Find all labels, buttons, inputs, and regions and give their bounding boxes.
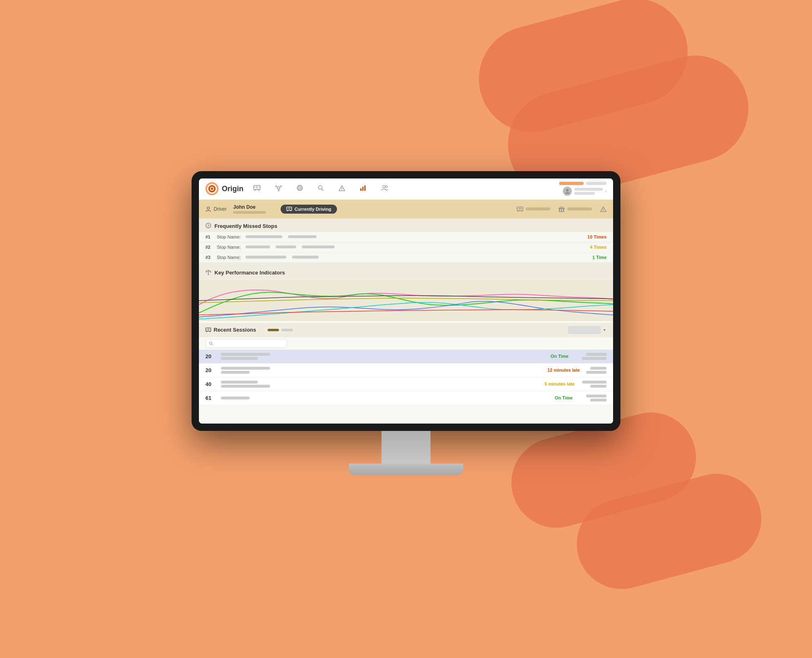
kpi-chart: [199, 280, 613, 321]
driver-name-section: John Doe: [233, 204, 266, 214]
route-num-1: 20: [205, 353, 217, 359]
stop-times-3: 1 Time: [592, 255, 607, 260]
session-row-1: 20 On Time: [199, 350, 613, 364]
svg-point-57: [206, 331, 207, 332]
sr-line-3b: [590, 385, 607, 388]
driver-stat-bus: [517, 207, 550, 212]
stop-times-2: 4 Times: [590, 245, 607, 250]
search-box: [205, 339, 287, 348]
filter-pill[interactable]: [568, 326, 601, 334]
sessions-title-text: Recent Sessions: [214, 327, 256, 333]
svg-rect-45: [561, 209, 562, 211]
driver-stat-bank: [558, 206, 592, 212]
session-info-3: [221, 381, 537, 388]
driver-sub-placeholder: [233, 211, 266, 214]
session-line-2a: [221, 367, 270, 370]
bus-badge-icon: [286, 207, 292, 211]
stat-bus-icon: [517, 207, 523, 212]
session-line-4a: [221, 397, 250, 399]
sr-line-1b: [582, 357, 607, 360]
sessions-search-area: [199, 337, 613, 350]
stat-bank-value: [567, 207, 592, 210]
stop-extra-3: [292, 256, 319, 259]
session-line-1b: [221, 357, 258, 360]
network-nav-icon[interactable]: [274, 183, 283, 194]
currently-driving-text: Currently Driving: [294, 207, 331, 212]
route-num-2: 20: [205, 367, 217, 373]
stop-name-placeholder-2: [245, 245, 270, 248]
session-info-4: [221, 397, 541, 399]
svg-marker-61: [603, 329, 606, 331]
session-line-2b: [221, 371, 250, 374]
svg-rect-25: [360, 188, 361, 191]
svg-point-58: [210, 331, 210, 332]
sessions-tab-1[interactable]: [268, 329, 279, 331]
stop-rank-3: #3: [205, 255, 214, 260]
kpi-chart-svg: [199, 280, 613, 321]
missed-stops-title: Frequently Missed Stops: [214, 223, 277, 229]
topbar-right: ›: [559, 182, 607, 196]
sr-line-4b: [590, 399, 607, 401]
driver-bar: Driver John Doe C: [199, 200, 613, 219]
sr-line-4a: [586, 395, 607, 397]
driver-stat-warning: [600, 206, 607, 212]
stop-row-3: #3 Stop Name: 1 Time: [199, 252, 613, 263]
search-nav-icon[interactable]: [316, 183, 326, 194]
users-nav-icon[interactable]: [379, 183, 390, 194]
stop-rank-1: #1: [205, 234, 214, 239]
session-row-4: 61 On Time: [199, 391, 613, 405]
sr-line-2a: [590, 367, 607, 370]
sessions-tab-2[interactable]: [281, 329, 293, 331]
svg-point-28: [383, 185, 385, 188]
stop-label-1: Stop Name:: [217, 234, 241, 239]
svg-line-21: [322, 189, 323, 190]
svg-rect-46: [563, 209, 564, 211]
session-line-1a: [221, 353, 270, 356]
driver-label: Driver: [205, 206, 227, 212]
stop-name-placeholder-3: [245, 256, 286, 259]
user-chevron-icon: ›: [605, 189, 607, 194]
sr-line-1a: [586, 353, 607, 356]
stop-extra-2: [276, 245, 296, 248]
stop-name-placeholder-1: [245, 235, 282, 238]
warning-nav-icon[interactable]: [337, 183, 347, 194]
dropdown-icon[interactable]: [602, 328, 607, 332]
svg-point-29: [386, 186, 388, 188]
stop-rank-2: #2: [205, 245, 214, 250]
nav-icons: [252, 183, 559, 194]
svg-rect-26: [362, 187, 364, 191]
missed-stops-section: ? Frequently Missed Stops #1 Stop Name: …: [199, 219, 613, 265]
currently-driving-badge: Currently Driving: [281, 205, 337, 214]
svg-rect-44: [559, 209, 560, 211]
globe-nav-icon[interactable]: [295, 183, 305, 194]
driver-label-text: Driver: [214, 206, 227, 212]
bus-nav-icon[interactable]: [252, 183, 262, 194]
svg-marker-42: [559, 207, 564, 208]
session-right-3: [582, 381, 607, 388]
sessions-bus-icon: [205, 328, 211, 332]
chart-nav-icon[interactable]: [358, 183, 368, 194]
topbar-pill-gray: [586, 182, 607, 185]
topbar: Origin: [199, 178, 613, 200]
session-line-3b: [221, 385, 270, 388]
driver-bar-right: [517, 206, 607, 212]
main-content: ? Frequently Missed Stops #1 Stop Name: …: [199, 219, 613, 424]
session-info-1: [221, 353, 537, 360]
stop-label-3: Stop Name:: [217, 255, 241, 260]
monitor: Origin: [192, 171, 620, 475]
svg-line-63: [212, 344, 213, 345]
topbar-user[interactable]: ›: [563, 187, 607, 196]
user-name-line: [574, 188, 603, 191]
search-input[interactable]: [216, 341, 273, 346]
svg-point-2: [211, 187, 213, 190]
svg-point-50: [603, 210, 604, 211]
session-right-1: [582, 353, 607, 360]
stop-times-1: 10 Times: [587, 234, 607, 239]
monitor-bezel: Origin: [192, 171, 620, 431]
stop-extra-1: [288, 235, 317, 238]
svg-point-5: [259, 190, 260, 191]
route-num-4: 61: [205, 395, 217, 401]
monitor-screen: Origin: [199, 178, 613, 424]
session-line-3a: [221, 381, 258, 384]
stop-label-2: Stop Name:: [217, 245, 241, 250]
